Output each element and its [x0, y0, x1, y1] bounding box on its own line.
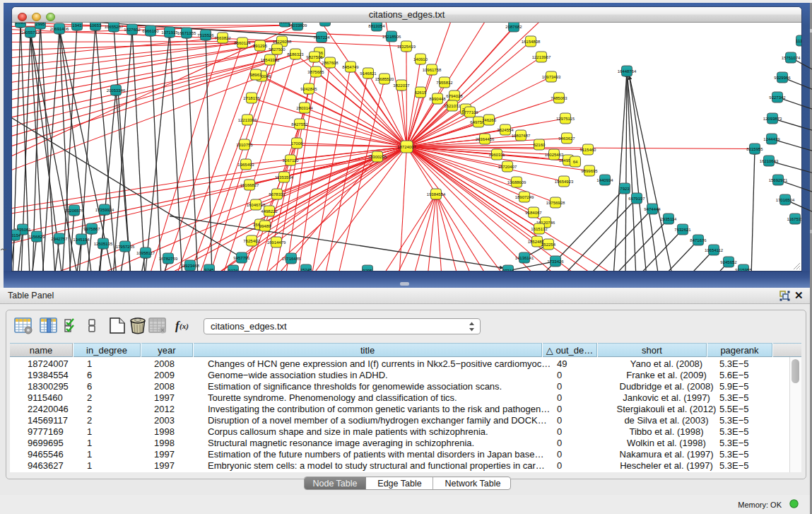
- svg-text:9227342: 9227342: [769, 95, 786, 99]
- svg-text:891295: 891295: [253, 43, 268, 47]
- svg-text:16543382: 16543382: [261, 57, 280, 62]
- svg-text:11923468: 11923468: [181, 263, 200, 267]
- svg-text:15245: 15245: [300, 267, 312, 271]
- svg-text:7625402: 7625402: [243, 238, 260, 243]
- svg-text:6679197: 6679197: [628, 196, 645, 200]
- svg-text:9827500: 9827500: [269, 47, 286, 51]
- svg-text:8427552: 8427552: [291, 122, 308, 126]
- svg-text:99489: 99489: [259, 223, 271, 228]
- svg-text:19384554: 19384554: [427, 192, 446, 196]
- svg-text:10653: 10653: [90, 23, 102, 27]
- svg-text:(x): (x): [180, 322, 189, 331]
- svg-text:1244419: 1244419: [763, 136, 780, 141]
- svg-text:1621072: 1621072: [444, 103, 461, 107]
- svg-text:15692971: 15692971: [769, 177, 788, 182]
- svg-text:9899695: 9899695: [581, 168, 598, 173]
- svg-text:16671355: 16671355: [177, 30, 196, 35]
- svg-text:16046728: 16046728: [247, 202, 266, 206]
- svg-text:8990448: 8990448: [429, 96, 446, 100]
- svg-text:20053346: 20053346: [107, 88, 126, 92]
- svg-text:9457791: 9457791: [233, 255, 250, 259]
- svg-text:17957255: 17957255: [116, 244, 135, 248]
- svg-text:1345194: 1345194: [73, 237, 90, 241]
- svg-text:1156829: 1156829: [29, 234, 46, 238]
- svg-text:15716485: 15716485: [282, 256, 301, 260]
- svg-text:7632621: 7632621: [674, 227, 691, 231]
- svg-text:20364456: 20364456: [476, 136, 495, 141]
- svg-text:10688609: 10688609: [507, 180, 526, 184]
- svg-text:9215955: 9215955: [735, 267, 752, 271]
- svg-text:7663822: 7663822: [214, 35, 231, 40]
- svg-text:8660124: 8660124: [234, 40, 251, 45]
- svg-text:7557: 7557: [320, 23, 330, 23]
- svg-text:10958117: 10958117: [136, 250, 155, 255]
- svg-text:62160: 62160: [534, 142, 546, 146]
- svg-text:2803144: 2803144: [296, 105, 313, 110]
- svg-text:3875685: 3875685: [307, 69, 324, 74]
- svg-text:17016504: 17016504: [776, 197, 795, 201]
- svg-text:9827506: 9827506: [306, 54, 323, 59]
- svg-text:7857224: 7857224: [313, 35, 330, 39]
- svg-text:17359924: 17359924: [95, 207, 114, 211]
- svg-text:20691406: 20691406: [50, 26, 69, 30]
- svg-text:14055712: 14055712: [21, 30, 40, 34]
- svg-text:7485063: 7485063: [551, 95, 567, 100]
- svg-text:62615: 62615: [415, 90, 427, 94]
- svg-text:9146821: 9146821: [360, 71, 377, 75]
- svg-text:3267110: 3267110: [283, 158, 300, 162]
- svg-text:16782759: 16782759: [159, 256, 178, 260]
- svg-text:9329966: 9329966: [774, 75, 791, 79]
- svg-text:8186323: 8186323: [287, 52, 304, 56]
- svg-text:2867608: 2867608: [322, 60, 339, 64]
- svg-text:8454749: 8454749: [342, 64, 359, 69]
- svg-text:4498222: 4498222: [261, 209, 278, 213]
- svg-text:15720407: 15720407: [498, 164, 517, 168]
- svg-text:12093873: 12093873: [763, 116, 782, 120]
- svg-text:16914479: 16914479: [267, 240, 286, 244]
- svg-text:98961: 98961: [250, 72, 262, 76]
- svg-text:10973493: 10973493: [542, 74, 561, 78]
- svg-text:15226058: 15226058: [273, 39, 292, 43]
- svg-text:1071915: 1071915: [161, 30, 178, 34]
- svg-text:16033809: 16033809: [288, 23, 307, 27]
- svg-text:2995: 2995: [35, 23, 45, 26]
- svg-text:9975867: 9975867: [83, 226, 100, 230]
- svg-text:1615132: 1615132: [531, 226, 548, 230]
- svg-text:10025463: 10025463: [545, 152, 564, 156]
- svg-text:1167533: 1167533: [787, 216, 801, 221]
- svg-text:746266: 746266: [482, 117, 497, 122]
- svg-text:15751074: 15751074: [782, 55, 801, 59]
- svg-text:97316: 97316: [502, 268, 514, 271]
- svg-text:1965493: 1965493: [237, 162, 254, 166]
- svg-text:9184067: 9184067: [525, 210, 542, 214]
- svg-text:8471676: 8471676: [690, 238, 707, 242]
- svg-text:12213369: 12213369: [238, 117, 257, 122]
- svg-text:10655267: 10655267: [105, 24, 124, 28]
- svg-text:3822037: 3822037: [393, 83, 410, 87]
- svg-text:9115460: 9115460: [580, 147, 597, 151]
- svg-text:1943: 1943: [72, 23, 82, 27]
- svg-text:15685520: 15685520: [375, 76, 394, 81]
- svg-text:16448764: 16448764: [618, 69, 637, 73]
- svg-text:10807487: 10807487: [512, 133, 531, 137]
- svg-text:8678332: 8678332: [269, 192, 286, 196]
- svg-text:2935114: 2935114: [661, 216, 678, 221]
- svg-text:93154: 93154: [12, 233, 21, 237]
- svg-text:17006: 17006: [291, 141, 303, 145]
- svg-text:140910: 140910: [413, 57, 428, 61]
- svg-text:14136141: 14136141: [515, 255, 534, 259]
- svg-text:20206576: 20206576: [65, 208, 84, 212]
- svg-text:1440934: 1440934: [596, 177, 613, 182]
- svg-text:9777109: 9777109: [461, 110, 478, 114]
- svg-text:18724007: 18724007: [397, 144, 416, 148]
- svg-text:9245: 9245: [204, 267, 214, 271]
- svg-text:10961758: 10961758: [423, 67, 442, 71]
- svg-text:9134: 9134: [228, 268, 238, 271]
- svg-text:12213967: 12213967: [532, 54, 551, 59]
- svg-text:9245652: 9245652: [720, 259, 737, 264]
- svg-text:2942757: 2942757: [51, 236, 68, 240]
- svg-text:11353594: 11353594: [275, 175, 294, 179]
- svg-text:2718176: 2718176: [243, 95, 260, 100]
- svg-text:9295: 9295: [363, 268, 372, 271]
- svg-text:11325419: 11325419: [397, 44, 416, 48]
